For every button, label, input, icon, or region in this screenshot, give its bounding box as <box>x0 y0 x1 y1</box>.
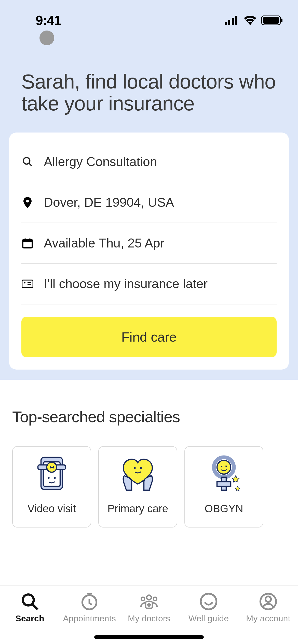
insurance-value: I'll choose my insurance later <box>44 276 208 291</box>
tab-label: Search <box>15 613 44 623</box>
battery-icon <box>261 16 283 25</box>
svg-rect-13 <box>22 280 33 288</box>
tab-search[interactable]: Search <box>2 592 58 623</box>
svg-rect-2 <box>232 18 234 25</box>
specialty-tile-obgyn[interactable]: OBGYN <box>184 446 263 528</box>
tile-label: Video visit <box>28 503 76 515</box>
clock-icon <box>80 592 99 611</box>
svg-point-7 <box>23 157 30 164</box>
specialty-value: Allergy Consultation <box>44 154 157 169</box>
tile-label: OBGYN <box>205 503 243 515</box>
obgyn-icon <box>205 454 243 492</box>
svg-rect-5 <box>263 17 279 24</box>
svg-point-23 <box>140 467 142 469</box>
availability-row[interactable]: Available Thu, 25 Apr <box>21 223 277 264</box>
page-title: Sarah, find local doctors who take your … <box>0 71 298 115</box>
availability-value: Available Thu, 25 Apr <box>44 236 165 251</box>
specialty-tile-primary-care[interactable]: Primary care <box>98 446 177 528</box>
svg-rect-0 <box>225 22 227 25</box>
tile-label: Primary care <box>107 503 168 515</box>
svg-line-29 <box>32 604 38 609</box>
svg-point-35 <box>201 594 216 609</box>
recording-indicator <box>39 31 54 45</box>
svg-point-37 <box>265 596 271 602</box>
svg-rect-27 <box>217 482 231 486</box>
tab-label: My doctors <box>128 613 170 623</box>
search-card: Allergy Consultation Dover, DE 19904, US… <box>9 133 289 370</box>
account-icon <box>259 592 278 611</box>
svg-point-21 <box>54 477 56 479</box>
specialty-row[interactable]: Allergy Consultation <box>21 142 277 182</box>
svg-point-22 <box>134 467 136 469</box>
svg-point-33 <box>153 597 157 601</box>
svg-point-31 <box>147 595 152 600</box>
location-row[interactable]: Dover, DE 19904, USA <box>21 182 277 223</box>
smile-icon <box>199 592 218 611</box>
specialty-tile-video-visit[interactable]: Video visit <box>12 446 91 528</box>
svg-point-28 <box>23 594 34 605</box>
location-pin-icon <box>21 196 34 209</box>
tab-label: Well guide <box>188 613 229 623</box>
svg-rect-10 <box>23 239 32 242</box>
location-value: Dover, DE 19904, USA <box>44 195 174 210</box>
search-icon <box>20 592 39 611</box>
doctors-icon <box>140 592 158 611</box>
tab-my-doctors[interactable]: My doctors <box>121 592 177 623</box>
tab-my-account[interactable]: My account <box>240 592 296 623</box>
search-icon <box>21 156 34 168</box>
svg-point-20 <box>48 477 50 479</box>
tab-label: My account <box>246 613 290 623</box>
svg-point-25 <box>217 460 231 474</box>
svg-rect-3 <box>235 16 237 25</box>
wifi-icon <box>243 16 257 25</box>
svg-rect-1 <box>228 20 230 25</box>
svg-line-8 <box>29 163 32 166</box>
find-care-button[interactable]: Find care <box>21 317 277 357</box>
svg-point-32 <box>141 597 145 601</box>
tab-appointments[interactable]: Appointments <box>61 592 117 623</box>
primary-care-icon <box>119 454 157 492</box>
specialties-title: Top-searched specialties <box>12 408 286 426</box>
cellular-icon <box>225 16 239 25</box>
svg-rect-6 <box>281 19 282 22</box>
calendar-icon <box>21 237 34 249</box>
status-bar: 9:41 <box>0 0 298 33</box>
insurance-card-icon <box>21 278 34 290</box>
video-visit-icon <box>33 454 71 492</box>
status-icons <box>225 16 283 25</box>
status-time: 9:41 <box>36 13 61 28</box>
tab-label: Appointments <box>63 613 116 623</box>
insurance-row[interactable]: I'll choose my insurance later <box>21 264 277 304</box>
home-indicator <box>94 635 204 639</box>
specialty-tiles: Video visit Primary care <box>12 446 286 528</box>
tab-well-guide[interactable]: Well guide <box>181 592 237 623</box>
